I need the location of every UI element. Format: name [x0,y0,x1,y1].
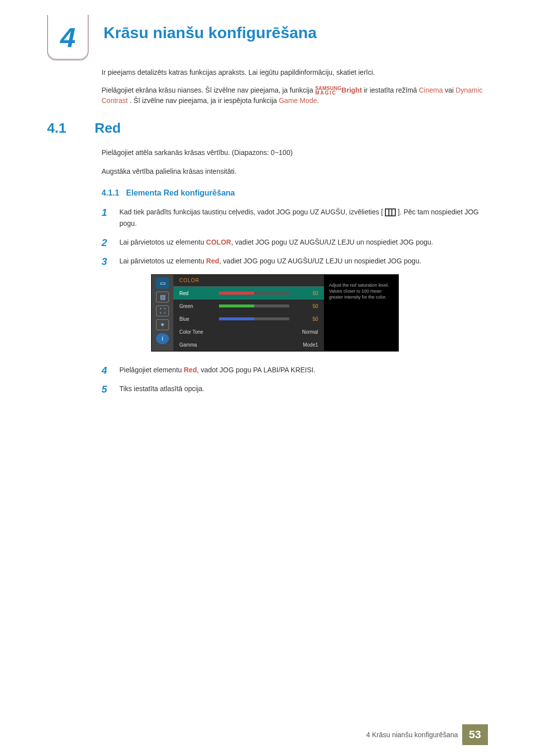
menu-icon [385,208,396,216]
step-5: Tiks iestatīta atlasītā opcija. [102,383,488,395]
info-icon: i [156,333,169,344]
chapter-header: 4 Krāsu nianšu konfigurēšana [47,15,488,60]
osd-row-gamma: Gamma Mode1 [173,338,324,351]
red-keyword: Red [206,257,219,265]
osd-row-blue: Blue 50 [173,312,324,325]
section-number: 4.1 [47,120,75,136]
chapter-number: 4 [60,21,75,53]
section-body: Pielāgojiet attēla sarkanās krāsas vērtī… [102,147,488,178]
osd-slider-red [219,292,289,295]
color-keyword: COLOR [206,238,231,246]
step-3: Lai pārvietotos uz elementu Red, vadiet … [102,255,488,267]
section-heading: 4.1 Red [47,120,488,136]
samsung-magic-logo: SAMSUNG MAGIC [315,86,341,95]
steps-list: Kad tiek parādīts funkcijas taustiņu ceļ… [102,206,488,268]
osd-slider-blue [219,317,289,320]
resize-icon: ⛶ [156,305,169,316]
subsection-number: 4.1.1 [102,189,119,198]
section-p2: Augstāka vērtība palielina krāsas intens… [102,166,488,178]
step-1: Kad tiek parādīts funkcijas taustiņu ceļ… [102,206,488,230]
step-2: Lai pārvietotos uz elementu COLOR, vadie… [102,237,488,249]
osd-row-color-tone: Color Tone Normal [173,325,324,338]
gear-icon: ✶ [156,319,169,330]
intro-block: Ir pieejams detalizēts katras funkcijas … [102,67,488,106]
osd-row-red: Red 50 [173,287,324,300]
steps-list-continued: Pielāgojiet elementu Red, vadot JOG pogu… [102,364,488,395]
osd-help-text: Adjust the red saturation level. Values … [324,275,398,351]
osd-header: COLOR [173,275,324,287]
chapter-title: Krāsu nianšu konfigurēšana [104,24,317,42]
osd-main-panel: COLOR Red 50 Green 50 Blue 50 Colo [173,275,324,351]
section-title: Red [95,120,121,136]
step-4: Pielāgojiet elementu Red, vadot JOG pogu… [102,364,488,376]
footer-chapter-title: 4 Krāsu nianšu konfigurēšana [366,731,458,739]
subsection-heading: 4.1.1 Elementa Red konfigurēšana [102,189,488,198]
subsection-title: Elementa Red konfigurēšana [126,189,235,198]
osd-slider-green [219,304,289,307]
red-keyword-2: Red [184,366,197,374]
osd-row-green: Green 50 [173,300,324,312]
game-mode-label: Game Mode [279,97,317,104]
cinema-label: Cinema [419,86,443,94]
section-p1: Pielāgojiet attēla sarkanās krāsas vērtī… [102,147,488,159]
bright-label: Bright [341,86,362,94]
footer-page-number: 53 [462,724,488,745]
osd-sidebar: ▭ ▤ ⛶ ✶ i [152,275,173,351]
intro-line2: Pielāgojiet ekrāna krāsu nianses. Šī izv… [102,85,488,106]
osd-screenshot: ▭ ▤ ⛶ ✶ i COLOR Red 50 Green 50 [151,274,399,352]
intro-line1: Ir pieejams detalizēts katras funkcijas … [102,67,488,78]
picture-icon: ▤ [156,292,169,302]
chapter-number-tab: 4 [47,15,89,60]
page-footer: 4 Krāsu nianšu konfigurēšana 53 [0,724,535,745]
monitor-icon: ▭ [156,278,169,289]
